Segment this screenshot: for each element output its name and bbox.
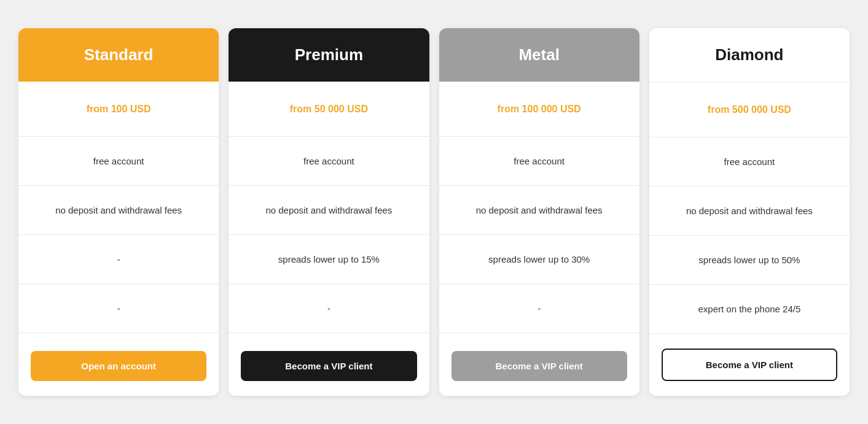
card-price-premium: from 50 000 USD <box>229 82 429 137</box>
card-spreads-metal: spreads lower up to 30% <box>439 235 639 284</box>
card-no-fees-diamond: no deposit and withdrawal fees <box>649 187 850 236</box>
card-price-standard: from 100 USD <box>18 82 219 137</box>
card-phone-premium: - <box>229 284 429 333</box>
card-body-metal: from 100 000 USD free account no deposit… <box>439 82 639 336</box>
card-diamond: Diamond from 500 000 USD free account no… <box>649 28 850 396</box>
card-body-standard: from 100 USD free account no deposit and… <box>18 82 219 336</box>
card-title-diamond: Diamond <box>715 45 783 64</box>
card-phone-standard: - <box>18 284 219 333</box>
card-footer-standard: Open an account <box>18 336 219 396</box>
card-metal: Metal from 100 000 USD free account no d… <box>439 28 639 396</box>
card-footer-diamond: Become a VIP client <box>649 334 850 396</box>
card-header-standard: Standard <box>18 28 219 82</box>
card-price-diamond: from 500 000 USD <box>649 82 850 137</box>
pricing-cards-container: Standard from 100 USD free account no de… <box>12 22 856 402</box>
card-header-diamond: Diamond <box>649 28 850 82</box>
card-free-account-diamond: free account <box>649 137 850 187</box>
card-standard: Standard from 100 USD free account no de… <box>18 28 219 396</box>
card-header-premium: Premium <box>229 28 429 82</box>
card-cta-premium[interactable]: Become a VIP client <box>241 351 416 381</box>
card-free-account-premium: free account <box>229 137 429 186</box>
card-header-metal: Metal <box>439 28 639 82</box>
card-no-fees-premium: no deposit and withdrawal fees <box>229 186 429 235</box>
card-title-premium: Premium <box>295 45 363 64</box>
card-spreads-premium: spreads lower up to 15% <box>229 235 429 284</box>
card-cta-standard[interactable]: Open an account <box>31 351 206 381</box>
card-no-fees-standard: no deposit and withdrawal fees <box>18 186 219 235</box>
card-spreads-diamond: spreads lower up to 50% <box>649 236 850 285</box>
card-no-fees-metal: no deposit and withdrawal fees <box>439 186 639 235</box>
card-cta-diamond[interactable]: Become a VIP client <box>662 349 837 381</box>
card-title-standard: Standard <box>84 45 154 64</box>
card-cta-metal[interactable]: Become a VIP client <box>452 351 627 381</box>
card-spreads-standard: - <box>18 235 219 284</box>
card-price-metal: from 100 000 USD <box>439 82 639 137</box>
card-phone-metal: - <box>439 284 639 333</box>
card-free-account-metal: free account <box>439 137 639 186</box>
card-body-diamond: from 500 000 USD free account no deposit… <box>649 82 850 334</box>
card-phone-diamond: expert on the phone 24/5 <box>649 285 850 334</box>
card-body-premium: from 50 000 USD free account no deposit … <box>229 82 429 336</box>
card-title-metal: Metal <box>518 45 559 64</box>
card-free-account-standard: free account <box>18 137 219 186</box>
card-premium: Premium from 50 000 USD free account no … <box>229 28 429 396</box>
card-footer-metal: Become a VIP client <box>439 336 639 396</box>
card-footer-premium: Become a VIP client <box>229 336 429 396</box>
